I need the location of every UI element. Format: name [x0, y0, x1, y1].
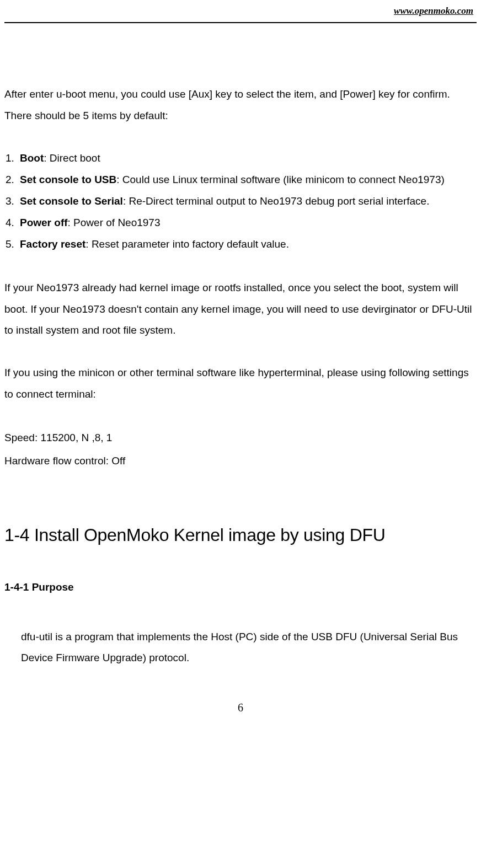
document-page: www.openmoko.com After enter u-boot menu… — [0, 0, 481, 714]
paragraph-terminal: If you using the minicon or other termin… — [4, 362, 477, 405]
setting-flow-control: Hardware flow control: Off — [4, 449, 477, 473]
intro-paragraph: After enter u-boot menu, you could use [… — [4, 84, 477, 127]
list-item-desc: : Power of Neo1973 — [68, 217, 161, 228]
section-heading: 1-4 Install OpenMoko Kernel image by usi… — [4, 525, 477, 545]
list-item: 5. Factory reset: Reset parameter into f… — [4, 234, 477, 255]
paragraph-kernel: If your Neo1973 already had kernel image… — [4, 277, 477, 342]
boot-menu-list: 1. Boot: Direct boot 2. Set console to U… — [4, 148, 477, 255]
list-item-desc: : Direct boot — [44, 152, 100, 164]
list-item-desc: : Could use Linux terminal software (lik… — [116, 174, 445, 185]
list-item: 4. Power off: Power of Neo1973 — [4, 212, 477, 234]
setting-speed: Speed: 115200, N ,8, 1 — [4, 426, 477, 449]
list-number: 3. — [4, 191, 20, 212]
list-item-desc: : Re-Direct terminal output to Neo1973 d… — [123, 195, 430, 207]
list-number: 1. — [4, 148, 20, 169]
list-item-title: Boot — [20, 152, 44, 164]
page-number: 6 — [4, 701, 477, 714]
subsection-heading: 1-4-1 Purpose — [4, 581, 477, 593]
list-number: 4. — [4, 212, 20, 234]
list-number: 2. — [4, 169, 20, 191]
header-url-link[interactable]: www.openmoko.com — [4, 6, 477, 17]
header-divider — [4, 22, 477, 23]
list-number: 5. — [4, 234, 20, 255]
terminal-settings: Speed: 115200, N ,8, 1 Hardware flow con… — [4, 426, 477, 473]
list-item-title: Power off — [20, 217, 68, 228]
subsection-body: dfu-util is a program that implements th… — [4, 626, 477, 668]
list-item-title: Factory reset — [20, 238, 85, 250]
list-item: 2. Set console to USB: Could use Linux t… — [4, 169, 477, 191]
list-item: 3. Set console to Serial: Re-Direct term… — [4, 191, 477, 212]
list-item-desc: : Reset parameter into factory default v… — [85, 238, 289, 250]
list-item-title: Set console to USB — [20, 174, 116, 185]
list-item-title: Set console to Serial — [20, 195, 123, 207]
list-item: 1. Boot: Direct boot — [4, 148, 477, 169]
